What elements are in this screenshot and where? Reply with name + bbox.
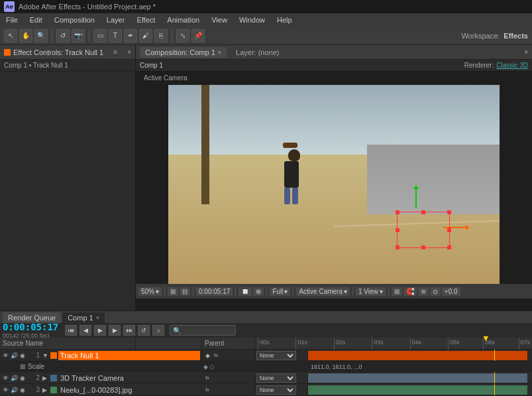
vt-sep-1 [164,287,165,296]
tool-rect[interactable]: ▭ [93,29,107,42]
menu-edit[interactable]: Edit [28,15,44,25]
next-frame-btn[interactable]: ▶ [109,325,121,336]
loop-btn[interactable]: ↺ [138,325,150,336]
audio-btn[interactable]: ♪ [152,325,164,336]
layer-row-2[interactable]: 👁 🔊 ◉ 2 ▶ 3D Tracker Camera fx None [0,372,532,384]
fit-btn[interactable]: ⊞ [168,287,178,296]
tool-clone[interactable]: ⎘ [154,29,168,42]
effect-controls-menu[interactable]: ≡ [113,48,117,56]
layer-3-solo[interactable]: ◉ [19,386,27,394]
transform-box[interactable] [397,212,450,248]
handle-br[interactable] [447,245,451,249]
layer-1-parent-select[interactable]: None [256,351,296,360]
comp-viewer: Active Camera [136,72,532,310]
handle-tm[interactable] [421,210,425,214]
handle-mr[interactable] [447,228,451,232]
tool-zoom[interactable]: 🔍 [34,29,48,42]
grid-overlay-btn[interactable]: ⊞ [392,287,402,296]
channel-btn[interactable]: 🔲 [239,287,252,296]
handle-bm[interactable] [421,245,425,249]
menu-help[interactable]: Help [275,15,294,25]
layer-3-expand[interactable]: ▶ [42,387,49,393]
menu-layer[interactable]: Layer [105,15,127,25]
snap-btn[interactable]: 🧲 [403,287,417,296]
tool-pen[interactable]: ✒ [124,29,137,42]
goto-end-btn[interactable]: ⏭ [123,325,135,336]
tool-text[interactable]: T [109,29,122,42]
layer-1-color[interactable] [50,352,57,359]
menu-effect[interactable]: Effect [134,15,157,25]
comp-panel-close[interactable]: × [524,48,528,56]
tool-pin[interactable]: 📌 [191,29,205,42]
layer-1-expand[interactable]: ▼ [42,352,49,359]
layer-2-vis[interactable]: 👁 [1,374,9,382]
prev-frame-btn[interactable]: ◀ [80,325,91,336]
comp-tab-label: Composition: Comp 1 [145,48,215,56]
layer-2-audio[interactable]: 🔊 [10,374,18,382]
tool-select[interactable]: ↖ [4,29,17,42]
scale-keyframe-icon[interactable]: ◆ ◇ [203,363,215,370]
tool-camera[interactable]: 📷 [72,29,85,42]
tree-pole [201,85,209,204]
tool-rotate[interactable]: ↺ [56,29,70,42]
layer-3-name[interactable]: Neelu_[...0-00283].jpg [58,385,200,395]
layer-1-solo[interactable]: ◉ [19,352,27,360]
tool-brush[interactable]: 🖌 [139,29,152,42]
layer-3-color[interactable] [50,387,57,393]
resolution-control[interactable]: Full ▾ [270,287,290,296]
camera-control[interactable]: Active Camera ▾ [296,287,350,296]
menu-view[interactable]: View [209,15,229,25]
depth-btn[interactable]: ⊕ [253,287,264,296]
source-name-header: Source Name [0,338,136,349]
time-display[interactable]: 0:00:05:17 [196,287,233,296]
layer-3-effects[interactable]: fx [203,386,211,394]
goto-start-btn[interactable]: ⏮ [65,325,77,336]
source-name-label: Source Name [3,340,43,347]
tool-hand[interactable]: ✋ [19,29,32,42]
play-btn[interactable]: ▶ [94,325,106,336]
layer-1-audio[interactable]: 🔊 [10,352,18,360]
layer-1-keyframe[interactable]: ◆ [203,352,211,360]
layer-2-solo[interactable]: ◉ [19,374,27,382]
layer-2-expand[interactable]: ▶ [42,375,49,381]
layer-2-color[interactable] [50,375,57,381]
layer-2-name[interactable]: 3D Tracker Camera [58,373,200,383]
view-layout-control[interactable]: 1 View ▾ [356,287,386,296]
comp-tab[interactable]: Composition: Comp 1 × [140,47,227,58]
comp1-tab-close[interactable]: × [96,314,99,321]
viewer-toolbar: 50% ▾ ⊞ ⊟ 0:00:05:17 🔲 ⊕ Full [136,284,532,298]
handle-tr[interactable] [447,210,451,214]
layer-1-fx[interactable]: fx [212,352,220,360]
menu-animation[interactable]: Animation [165,15,201,25]
handle-tl[interactable] [396,210,399,214]
grid-btn[interactable]: ⊟ [180,287,190,296]
tool-move[interactable]: ⤡ [176,29,189,42]
menu-window[interactable]: Window [237,15,267,25]
viewport[interactable] [168,85,500,284]
layer-3-parent-select[interactable]: None [256,385,296,395]
comp-tab-close[interactable]: × [218,49,221,56]
handle-ml[interactable] [396,228,399,232]
menu-file[interactable]: File [4,15,20,25]
time-display-block: 0:00:05:17 00142 (25.00 fps) [3,322,58,339]
effect-controls-close[interactable]: × [127,48,131,56]
timeline-search[interactable] [170,325,236,336]
layer-2-fx[interactable]: fx [203,374,211,382]
motion-blur-btn[interactable]: ≋ [418,287,429,296]
live-update-btn[interactable]: ⊙ [430,287,441,296]
handle-bl[interactable] [396,245,399,249]
menu-composition[interactable]: Composition [52,15,97,25]
layer-3-audio[interactable]: 🔊 [10,386,18,394]
layer-1-vis[interactable]: 👁 [1,352,9,360]
zoom-control[interactable]: 50% ▾ [138,287,162,296]
layer-row-1[interactable]: 👁 🔊 ◉ 1 ▼ Track Null 1 ◆ fx [0,350,532,362]
layer-row-3[interactable]: 👁 🔊 ◉ 3 ▶ Neelu_[...0-00283].jpg fx None [0,384,532,396]
active-camera-label: Active Camera [140,73,191,83]
workspace-value[interactable]: Effects [504,32,528,40]
tab-comp1[interactable]: Comp 1 × [62,312,105,323]
effect-controls-content [0,72,135,310]
layer-3-vis[interactable]: 👁 [1,386,9,394]
layer-2-parent-select[interactable]: None [256,373,296,383]
layer-1-name[interactable]: Track Null 1 [58,351,200,360]
renderer-value[interactable]: Classic 3D [496,62,528,69]
